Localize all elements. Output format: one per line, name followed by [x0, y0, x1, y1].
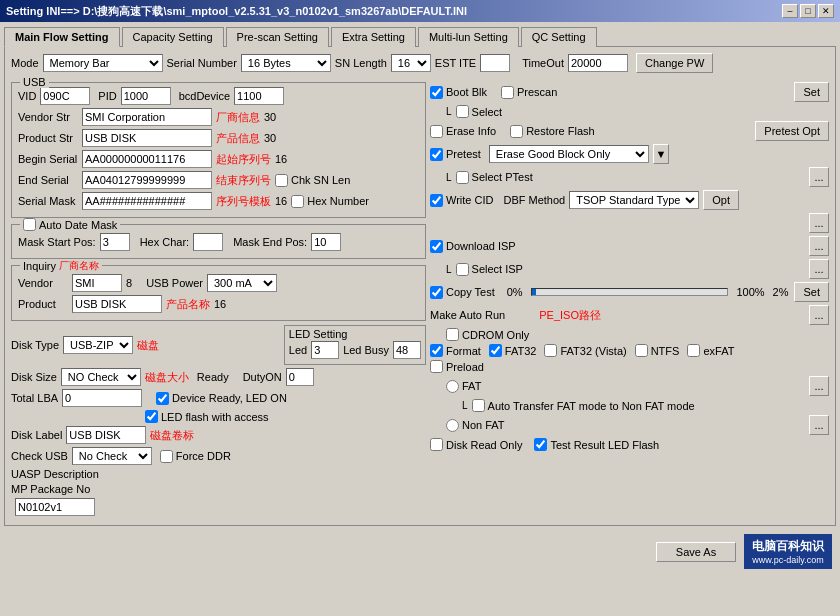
bottom-bar: Save As 电脑百科知识 www.pc-daily.com	[0, 530, 840, 573]
disk-size-select[interactable]: NO Check	[61, 368, 141, 386]
usb-power-select[interactable]: 300 mA	[207, 274, 277, 292]
duty-on-input[interactable]	[286, 368, 314, 386]
tab-extra[interactable]: Extra Setting	[331, 27, 416, 47]
end-serial-input[interactable]	[82, 171, 212, 189]
tab-prescan[interactable]: Pre-scan Setting	[226, 27, 329, 47]
disk-type-row: Disk Type USB-ZIP 磁盘 LED Setting Led Led…	[11, 325, 426, 365]
sn-length-select[interactable]: 16	[391, 54, 431, 72]
led-flash-check[interactable]	[145, 410, 158, 423]
serial-number-select[interactable]: 16 Bytes	[241, 54, 331, 72]
select-ptest-row: L Select PTest ...	[430, 167, 829, 187]
disk-type-label: Disk Type	[11, 339, 59, 351]
select-ptest-btn[interactable]: ...	[809, 167, 829, 187]
erase-dropdown-btn[interactable]: ▼	[653, 144, 669, 164]
auto-date-mask-check[interactable]	[23, 218, 36, 231]
disk-label-input[interactable]	[66, 426, 146, 444]
make-auto-run-btn[interactable]: ...	[809, 305, 829, 325]
mp-package-label: MP Package No	[11, 483, 90, 495]
fat-radio[interactable]	[446, 380, 459, 393]
opt-button[interactable]: Opt	[703, 190, 739, 210]
vid-input[interactable]	[40, 87, 90, 105]
mp-package-input[interactable]	[15, 498, 95, 516]
download-isp-btn[interactable]: ...	[809, 236, 829, 256]
download-isp-check[interactable]	[430, 240, 443, 253]
fat-btn[interactable]: ...	[809, 376, 829, 396]
auto-transfer-row: L Auto Transfer FAT mode to Non FAT mode	[446, 399, 829, 412]
vendor-str-input[interactable]	[82, 108, 212, 126]
begin-serial-input[interactable]	[82, 150, 212, 168]
serial-mask-num: 16	[275, 195, 287, 207]
led-busy-input[interactable]	[393, 341, 421, 359]
device-ready-check[interactable]	[156, 392, 169, 405]
save-as-button[interactable]: Save As	[656, 542, 736, 562]
fat32-check[interactable]	[489, 344, 502, 357]
test-result-led-check[interactable]	[534, 438, 547, 451]
maximize-button[interactable]: □	[800, 4, 816, 18]
disk-type-select[interactable]: USB-ZIP	[63, 336, 133, 354]
format-label: Format	[430, 344, 481, 357]
select-check[interactable]	[456, 105, 469, 118]
bcd-label: bcdDevice	[179, 90, 230, 102]
minimize-button[interactable]: –	[782, 4, 798, 18]
select-ptest-check[interactable]	[456, 171, 469, 184]
serial-mask-input[interactable]	[82, 192, 212, 210]
erase-info-label: Erase Info	[430, 125, 496, 138]
boot-blk-check[interactable]	[430, 86, 443, 99]
led-input[interactable]	[311, 341, 339, 359]
non-fat-btn[interactable]: ...	[809, 415, 829, 435]
auto-transfer-check[interactable]	[472, 399, 485, 412]
chk-sn-len-check[interactable]	[275, 174, 288, 187]
write-cid-extra-row: ...	[430, 213, 829, 233]
total-lba-input[interactable]	[62, 389, 142, 407]
format-check[interactable]	[430, 344, 443, 357]
force-ddr-check[interactable]	[160, 450, 173, 463]
close-button[interactable]: ✕	[818, 4, 834, 18]
tab-qc[interactable]: QC Setting	[521, 27, 597, 47]
tab-bar: Main Flow Setting Capacity Setting Pre-s…	[0, 22, 840, 46]
check-usb-select[interactable]: No Check	[72, 447, 152, 465]
mask-start-input[interactable]	[100, 233, 130, 251]
led-flash-row: LED flash with access	[11, 410, 426, 423]
dbf-method-select[interactable]: TSOP Standard Type	[569, 191, 699, 209]
bcd-input[interactable]	[234, 87, 284, 105]
copy-test-set-btn[interactable]: Set	[794, 282, 829, 302]
led-row: Led Led Busy	[289, 341, 421, 359]
select-isp-check[interactable]	[456, 263, 469, 276]
copy-test-check[interactable]	[430, 286, 443, 299]
non-fat-radio[interactable]	[446, 419, 459, 432]
tab-main-flow[interactable]: Main Flow Setting	[4, 27, 120, 47]
inquiry-vendor-input[interactable]	[72, 274, 122, 292]
inquiry-product-input[interactable]	[72, 295, 162, 313]
product-str-input[interactable]	[82, 129, 212, 147]
hex-char-input[interactable]	[193, 233, 223, 251]
mode-select[interactable]: Memory Bar	[43, 54, 163, 72]
tab-capacity[interactable]: Capacity Setting	[122, 27, 224, 47]
set-button[interactable]: Set	[794, 82, 829, 102]
select-isp-btn[interactable]: ...	[809, 259, 829, 279]
mask-end-input[interactable]	[311, 233, 341, 251]
fat32-vista-check[interactable]	[544, 344, 557, 357]
exfat-check[interactable]	[687, 344, 700, 357]
erase-info-check[interactable]	[430, 125, 443, 138]
est-item-input[interactable]	[480, 54, 510, 72]
title-bar: Setting INI==> D:\搜狗高速下载\smi_mptool_v2.5…	[0, 0, 840, 22]
erase-good-block-select[interactable]: Erase Good Block Only	[489, 145, 649, 163]
prescan-check[interactable]	[501, 86, 514, 99]
cdrom-only-check[interactable]	[446, 328, 459, 341]
ntfs-check[interactable]	[635, 344, 648, 357]
fat32-vista-label: FAT32 (Vista)	[544, 344, 626, 357]
disk-read-only-check[interactable]	[430, 438, 443, 451]
write-cid-extra-btn[interactable]: ...	[809, 213, 829, 233]
timeout-input[interactable]	[568, 54, 628, 72]
pretest-check[interactable]	[430, 148, 443, 161]
preload-check[interactable]	[430, 360, 443, 373]
hex-number-check[interactable]	[291, 195, 304, 208]
pretest-opt-button[interactable]: Pretest Opt	[755, 121, 829, 141]
pid-input[interactable]	[121, 87, 171, 105]
select-ptest-label: Select PTest	[456, 171, 533, 184]
total-lba-row: Total LBA Device Ready, LED ON	[11, 389, 426, 407]
restore-flash-check[interactable]	[510, 125, 523, 138]
write-cid-check[interactable]	[430, 194, 443, 207]
change-pw-button[interactable]: Change PW	[636, 53, 713, 73]
tab-multi-lun[interactable]: Multi-lun Setting	[418, 27, 519, 47]
